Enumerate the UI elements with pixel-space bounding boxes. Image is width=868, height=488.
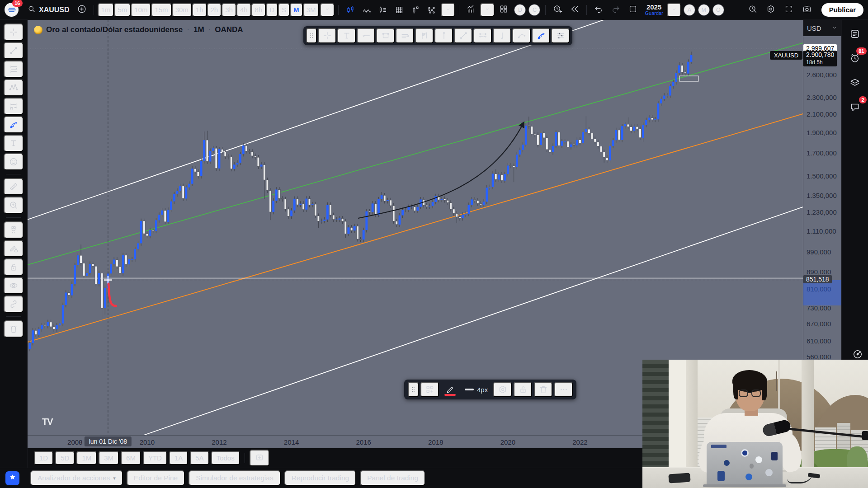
chart-legend[interactable]: Oro al contado/Dólar estadounidense · 1M… xyxy=(34,25,243,34)
layout-box-button[interactable] xyxy=(625,2,641,18)
unlock-icon[interactable] xyxy=(4,258,24,276)
channel-icon[interactable] xyxy=(396,28,414,43)
alerts-icon[interactable]: 81 xyxy=(847,51,863,66)
range-3m[interactable]: 3M xyxy=(99,451,119,465)
watchlist-icon[interactable] xyxy=(847,26,863,42)
vline-icon[interactable] xyxy=(434,28,453,43)
statusbar-analizador-de-acciones[interactable]: Analizador de acciones▾ xyxy=(30,470,123,486)
timeframe-30m[interactable]: 30m xyxy=(172,3,192,17)
text-icon[interactable] xyxy=(4,135,24,152)
currency-selector[interactable]: USD xyxy=(803,20,842,36)
range-1m[interactable]: 1M xyxy=(76,451,97,465)
brush-icon[interactable] xyxy=(532,28,550,43)
ruler-icon[interactable] xyxy=(4,178,24,195)
timeframe-1h[interactable]: 1h xyxy=(192,3,207,17)
screenshot-button[interactable] xyxy=(799,2,815,18)
hotlist-a-button[interactable]: A xyxy=(684,4,695,16)
unlock-icon[interactable] xyxy=(514,382,532,397)
save-layout-button[interactable]: 2025 Guardar xyxy=(642,4,665,16)
emoji-icon[interactable] xyxy=(4,153,24,170)
parallel-seg-icon[interactable] xyxy=(473,28,492,43)
magnet-icon[interactable] xyxy=(4,221,24,239)
timeframe-D[interactable]: D xyxy=(266,3,278,17)
brush-icon[interactable] xyxy=(4,116,24,133)
timeframe-15m[interactable]: 15m xyxy=(151,3,171,17)
timeframe-1m[interactable]: 1m xyxy=(98,3,114,17)
trendline-icon[interactable] xyxy=(4,42,24,59)
pattern-icon[interactable] xyxy=(4,79,24,96)
timeframe-M[interactable]: M xyxy=(290,3,303,17)
user-menu-button[interactable]: 16 xyxy=(5,3,19,17)
fib-icon[interactable] xyxy=(4,61,24,78)
color-picker-button[interactable] xyxy=(441,382,459,397)
edit-lock-icon[interactable] xyxy=(4,240,24,257)
timeframe-3M[interactable]: 3M xyxy=(303,3,320,17)
candles-icon[interactable] xyxy=(342,2,359,18)
trash-icon[interactable] xyxy=(4,320,24,338)
range-1a[interactable]: 1A xyxy=(169,451,188,465)
bar-replay-button[interactable] xyxy=(566,2,583,18)
long-position-icon[interactable] xyxy=(415,28,434,43)
text-icon[interactable] xyxy=(337,28,356,43)
statusbar-simulador-de-estrategias[interactable]: Simulador de estrategias xyxy=(189,470,280,486)
range-ytd[interactable]: YTD xyxy=(143,451,167,465)
forecast-tool-icon[interactable] xyxy=(4,98,24,115)
timeframe-5m[interactable]: 5m xyxy=(114,3,131,17)
curve-icon[interactable] xyxy=(512,28,531,43)
timeframe-menu-button[interactable] xyxy=(320,3,335,17)
forecast-icon[interactable] xyxy=(359,2,375,18)
settings-button[interactable] xyxy=(763,2,779,18)
hollow-candles-icon[interactable] xyxy=(407,2,424,18)
mode-d-button[interactable]: D xyxy=(514,4,526,16)
quick-search-button[interactable] xyxy=(745,2,761,18)
layout-grid-button[interactable] xyxy=(495,2,512,18)
publish-button[interactable]: Publicar xyxy=(821,3,863,17)
hotlist-o-button[interactable]: O xyxy=(712,4,724,16)
link-icon[interactable] xyxy=(4,296,24,313)
undo-button[interactable] xyxy=(590,2,607,18)
line-width-button[interactable]: 4px xyxy=(461,386,491,394)
indicators-menu-button[interactable] xyxy=(480,3,495,17)
template-add-icon[interactable] xyxy=(420,382,439,397)
statusbar-panel-de-trading[interactable]: Panel de trading xyxy=(360,470,425,486)
range-1d[interactable]: 1D xyxy=(34,451,53,465)
tradingview-logo[interactable]: TV xyxy=(42,417,53,427)
chart-type-menu-button[interactable] xyxy=(441,3,455,17)
sliders-icon[interactable] xyxy=(551,28,570,43)
drag-handle-icon[interactable] xyxy=(306,28,317,43)
timeframe-S[interactable]: S xyxy=(278,3,290,17)
create-alert-button[interactable] xyxy=(549,2,566,18)
hotlist-m-button[interactable]: M xyxy=(698,4,710,16)
timeframe-4h[interactable]: 4h xyxy=(236,3,251,17)
drag-handle-icon[interactable] xyxy=(408,382,419,397)
more-icon[interactable] xyxy=(554,382,573,397)
crosshair-icon[interactable] xyxy=(4,23,24,41)
timeframe-2h[interactable]: 2h xyxy=(207,3,222,17)
settings-hexagon-icon[interactable] xyxy=(493,382,512,397)
calendar-go-icon[interactable] xyxy=(250,450,269,466)
timeframe-3h[interactable]: 3h xyxy=(222,3,236,17)
fullscreen-button[interactable] xyxy=(781,2,797,18)
eye-icon[interactable] xyxy=(4,277,24,294)
heatmap-icon[interactable] xyxy=(391,2,407,18)
rectangle-icon[interactable] xyxy=(376,28,395,43)
trash-icon[interactable] xyxy=(534,382,552,397)
statusbar-editor-de-pine[interactable]: Editor de Pine xyxy=(127,470,185,486)
range-6m[interactable]: 6M xyxy=(121,451,141,465)
favorites-star-button[interactable] xyxy=(5,471,19,485)
point-figure-icon[interactable] xyxy=(424,2,440,18)
layers-icon[interactable] xyxy=(847,75,863,90)
range-5d[interactable]: 5D xyxy=(55,451,75,465)
indicators-button[interactable] xyxy=(463,2,479,18)
measure-vline-icon[interactable] xyxy=(493,28,511,43)
statusbar-reproducir-trading[interactable]: Reproducir trading xyxy=(284,470,357,486)
timeframe-10m[interactable]: 10m xyxy=(131,3,151,17)
compare-add-button[interactable] xyxy=(74,2,90,18)
candle-stats-icon[interactable] xyxy=(375,2,391,18)
timeframe-8h[interactable]: 8h xyxy=(251,3,266,17)
mode-c-button[interactable]: C xyxy=(528,4,540,16)
hray-icon[interactable] xyxy=(357,28,375,43)
chat-icon[interactable]: 2 xyxy=(847,99,863,115)
trendline-icon[interactable] xyxy=(454,28,472,43)
range-5a[interactable]: 5A xyxy=(190,451,209,465)
